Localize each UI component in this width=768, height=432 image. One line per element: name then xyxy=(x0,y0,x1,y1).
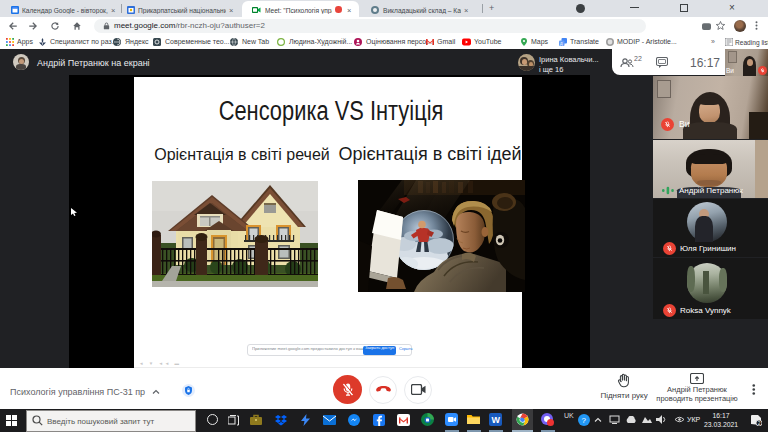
svg-text:2: 2 xyxy=(758,420,761,426)
svg-text:?: ? xyxy=(582,416,587,425)
svg-text:д: д xyxy=(560,41,563,46)
